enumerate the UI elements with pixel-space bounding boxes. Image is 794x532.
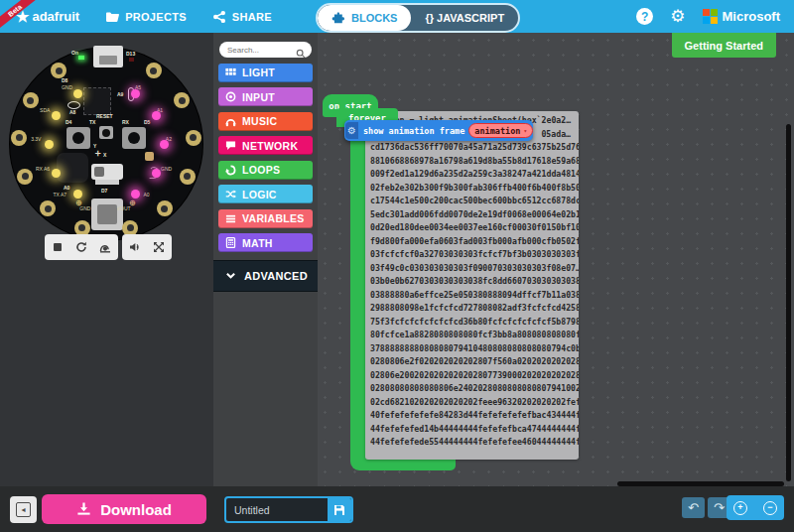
project-name-group [224,496,353,523]
pad-label: VOUT [117,205,131,211]
project-name-input[interactable] [226,498,328,521]
simulator-panel: On D13 D8 A8 A9 D4 TX RESET RX D5 Y ✛ X … [0,33,213,486]
workspace[interactable]: Getting Started on start forever imation… [318,33,794,486]
board-label-reset: RESET [96,113,113,119]
tab-blocks[interactable]: BLOCKS [318,5,411,31]
footer: ◂ Download ↶ ↷ + − [0,486,794,532]
hex-code-line: 03fcfcfcf0a32703030303fcfcf7bf3b03030303… [370,248,579,262]
pad-gnd[interactable] [180,169,196,185]
toolbox-category-variables[interactable]: VARIABLES [218,209,313,228]
hex-code-line: 2988808098e1fcfcfcd727808082adf3fcfcfcd4… [370,302,579,316]
hex-code-line: 02feb2e302b300f9b300fab306ffb400f6b400f8… [370,182,579,196]
getting-started-button[interactable]: Getting Started [672,33,776,58]
toolbox-category-loops[interactable]: LOOPS [218,161,313,180]
toolbox-advanced[interactable]: ADVANCED [213,260,318,292]
pad-3.3v[interactable] [11,130,27,146]
share-button[interactable]: SHARE [212,10,272,24]
undo-button[interactable]: ↶ [682,497,705,518]
download-label: Download [100,501,172,518]
adafruit-logo[interactable]: ★ adafruit [16,9,79,24]
speaker [57,153,88,183]
pad-sda[interactable] [23,92,39,108]
mute-button[interactable] [129,241,141,253]
chat-icon [224,140,236,152]
brand-name: adafruit [32,9,79,24]
block-settings-gear-icon[interactable]: ⚙ [345,122,358,139]
slide-switch[interactable] [91,164,123,180]
circuit-playground-board[interactable]: On D13 D8 A8 A9 D4 TX RESET RX D5 Y ✛ X … [10,48,202,240]
projects-label: PROJECTS [125,11,187,23]
download-button[interactable]: Download [42,494,206,524]
toolbox-category-music[interactable]: MUSIC [218,112,313,131]
pad-a1[interactable] [174,92,190,108]
processor-chip [83,87,111,115]
board-label-d4: D4 [66,119,71,125]
javascript-tab-label: {} JAVASCRIPT [425,12,504,24]
list-icon [224,212,236,224]
board-label-rx: RX [122,119,129,125]
hex-code-line: 03888880a6effce25e050380888094dffcf7b11a… [370,289,579,303]
neopixel-led [152,169,161,178]
vertical-scrollbar[interactable] [786,124,791,481]
button-a[interactable] [66,127,90,149]
category-label: LOGIC [242,189,277,200]
animation-variable-chip[interactable]: animation ▾ [468,123,533,138]
folder-icon [105,10,119,24]
tab-javascript[interactable]: {} JAVASCRIPT [411,5,518,31]
d13-led [129,58,134,62]
calculator-icon [224,237,236,249]
hex-code-line: 44fefefefede5544444444fefefefee460444444… [370,436,579,450]
toolbox: LIGHTINPUTMUSICNETWORKLOOPSLOGICVARIABLE… [213,33,318,486]
blocks-tab-label: BLOCKS [351,12,397,24]
zoom-out-button[interactable]: − [760,501,780,515]
toolbox-category-light[interactable]: LIGHT [218,64,313,82]
projects-button[interactable]: PROJECTS [105,10,187,24]
header: Beta ★ adafruit PROJECTS SHARE BLOCKS {}… [0,0,794,33]
gray-code-block[interactable]: imation = light.animationSheet(hex`2e0a2… [365,111,579,460]
neopixel-led [73,89,82,98]
pad-rx-a6[interactable] [17,169,33,185]
show-animation-frame-block[interactable]: ⚙ show animation frame animation ▾ [344,120,533,141]
zoom-in-icon: + [733,501,747,515]
toolbox-category-input[interactable]: INPUT [218,87,313,106]
pad-gnd[interactable] [51,63,66,78]
help-button[interactable]: ? [636,8,653,25]
animation-variable-label: animation [474,126,520,136]
save-button[interactable] [328,498,351,521]
collapse-simulator-button[interactable]: ◂ [10,496,37,523]
reset-button[interactable] [99,126,113,139]
pad-tx-a7[interactable] [40,200,56,216]
loop-icon [224,164,236,176]
neopixel-led [160,140,169,149]
toolbox-category-logic[interactable]: LOGIC [218,185,313,203]
toolbox-category-math[interactable]: MATH [218,233,313,252]
search-input[interactable] [219,45,301,56]
zoom-in-button[interactable]: + [730,501,750,515]
category-label: NETWORK [242,140,298,152]
dropdown-caret-icon: ▾ [523,127,527,134]
toolbox-category-network[interactable]: NETWORK [218,136,313,155]
category-label: LIGHT [242,66,275,78]
board-label-a0: A0 [64,185,69,191]
settings-gear-icon[interactable]: ⚙ [670,8,685,25]
category-label: MATH [242,237,273,249]
light-sensor-eye-icon [67,101,80,109]
stop-button[interactable] [52,241,64,253]
slow-mo-button[interactable] [99,241,111,253]
fullscreen-button[interactable] [153,241,165,253]
hex-code-line: 03b0e0b6270303030303038fc8dd660703030303… [370,275,579,289]
pad-a2[interactable] [186,130,201,146]
pad-a5[interactable] [146,63,162,78]
hex-code-line: 75f3fcfcfcfcfcfcfcd36b80fcfcfcfcfcfcf5b8… [370,316,579,330]
toolbox-search [219,42,312,58]
battery-slot [97,204,117,224]
board-label-on: On [71,50,78,56]
hex-code-line: 5edc301add006fdd0070de2e19df0068e00064e0… [370,208,579,222]
pad-label: RX A6 [36,166,50,172]
restart-button[interactable] [75,241,87,253]
hex-code-line: 0d20ed180dee0034ee0037ee160cf00030f0150b… [370,221,579,235]
pad-a0[interactable] [157,200,173,216]
pad-label: TX A7 [53,192,66,198]
pad-label: GND [161,166,172,172]
button-b[interactable] [122,127,146,149]
